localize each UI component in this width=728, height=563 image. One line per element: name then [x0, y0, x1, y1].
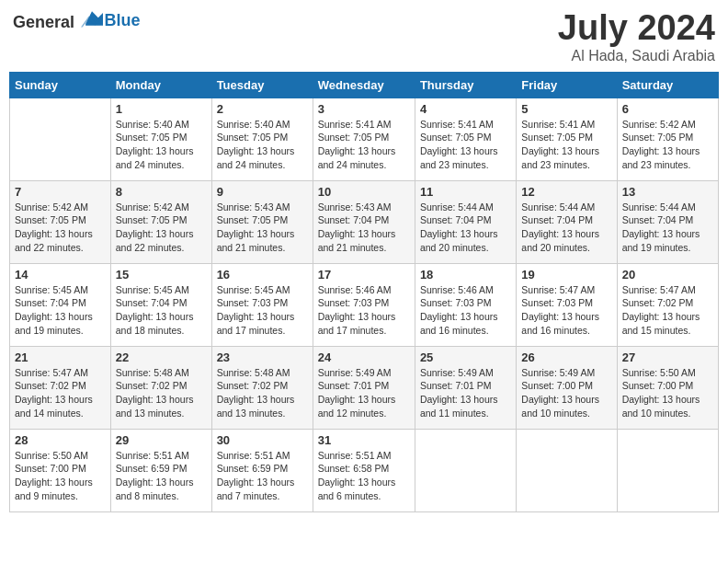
weekday-header-row: SundayMondayTuesdayWednesdayThursdayFrid…	[10, 72, 719, 98]
day-number: 5	[521, 102, 611, 116]
calendar-week-1: 1Sunrise: 5:40 AM Sunset: 7:05 PM Daylig…	[10, 98, 719, 180]
weekday-header-sunday: Sunday	[10, 72, 111, 98]
day-info: Sunrise: 5:47 AM Sunset: 7:02 PM Dayligh…	[622, 283, 713, 338]
calendar-cell: 30Sunrise: 5:51 AM Sunset: 6:59 PM Dayli…	[211, 429, 313, 511]
day-info: Sunrise: 5:44 AM Sunset: 7:04 PM Dayligh…	[622, 201, 713, 255]
day-info: Sunrise: 5:49 AM Sunset: 7:01 PM Dayligh…	[420, 366, 511, 420]
calendar-cell: 13Sunrise: 5:44 AM Sunset: 7:04 PM Dayli…	[617, 180, 718, 263]
calendar-week-2: 7Sunrise: 5:42 AM Sunset: 7:05 PM Daylig…	[10, 180, 719, 263]
calendar-cell: 22Sunrise: 5:48 AM Sunset: 7:02 PM Dayli…	[110, 346, 211, 429]
logo-general: General	[13, 13, 74, 31]
calendar-body: 1Sunrise: 5:40 AM Sunset: 7:05 PM Daylig…	[10, 98, 719, 511]
day-info: Sunrise: 5:45 AM Sunset: 7:04 PM Dayligh…	[116, 283, 207, 338]
calendar-cell: 26Sunrise: 5:49 AM Sunset: 7:00 PM Dayli…	[517, 346, 617, 429]
calendar-cell	[10, 98, 111, 180]
day-info: Sunrise: 5:50 AM Sunset: 7:00 PM Dayligh…	[622, 366, 713, 420]
day-number: 22	[116, 350, 207, 364]
day-number: 10	[318, 185, 410, 199]
calendar-cell	[517, 429, 617, 511]
calendar-cell: 14Sunrise: 5:45 AM Sunset: 7:04 PM Dayli…	[10, 263, 111, 346]
day-info: Sunrise: 5:51 AM Sunset: 6:58 PM Dayligh…	[318, 449, 410, 503]
month-title: July 2024	[558, 9, 715, 48]
weekday-header-wednesday: Wednesday	[313, 72, 415, 98]
title-block: July 2024 Al Hada, Saudi Arabia	[558, 9, 715, 64]
calendar-cell: 20Sunrise: 5:47 AM Sunset: 7:02 PM Dayli…	[617, 263, 718, 346]
day-info: Sunrise: 5:44 AM Sunset: 7:04 PM Dayligh…	[420, 201, 511, 255]
calendar-cell: 5Sunrise: 5:41 AM Sunset: 7:05 PM Daylig…	[517, 98, 617, 180]
day-number: 13	[622, 185, 713, 199]
weekday-header-thursday: Thursday	[415, 72, 516, 98]
day-info: Sunrise: 5:41 AM Sunset: 7:05 PM Dayligh…	[521, 118, 611, 172]
logo: General Blue	[13, 9, 141, 32]
day-number: 17	[318, 268, 410, 282]
calendar-cell: 29Sunrise: 5:51 AM Sunset: 6:59 PM Dayli…	[110, 429, 211, 511]
day-number: 31	[318, 433, 410, 447]
calendar-week-5: 28Sunrise: 5:50 AM Sunset: 7:00 PM Dayli…	[10, 429, 719, 511]
calendar-cell: 4Sunrise: 5:41 AM Sunset: 7:05 PM Daylig…	[415, 98, 516, 180]
calendar-cell: 3Sunrise: 5:41 AM Sunset: 7:05 PM Daylig…	[313, 98, 415, 180]
calendar-cell: 24Sunrise: 5:49 AM Sunset: 7:01 PM Dayli…	[313, 346, 415, 429]
calendar-cell: 31Sunrise: 5:51 AM Sunset: 6:58 PM Dayli…	[313, 429, 415, 511]
calendar-cell: 10Sunrise: 5:43 AM Sunset: 7:04 PM Dayli…	[313, 180, 415, 263]
day-info: Sunrise: 5:50 AM Sunset: 7:00 PM Dayligh…	[15, 449, 106, 503]
weekday-header-tuesday: Tuesday	[211, 72, 313, 98]
weekday-header-saturday: Saturday	[617, 72, 718, 98]
day-info: Sunrise: 5:41 AM Sunset: 7:05 PM Dayligh…	[420, 118, 511, 172]
day-number: 23	[217, 350, 308, 364]
calendar-cell: 9Sunrise: 5:43 AM Sunset: 7:05 PM Daylig…	[211, 180, 313, 263]
day-info: Sunrise: 5:43 AM Sunset: 7:04 PM Dayligh…	[318, 201, 410, 255]
calendar-cell: 21Sunrise: 5:47 AM Sunset: 7:02 PM Dayli…	[10, 346, 111, 429]
day-number: 2	[217, 102, 308, 116]
calendar-cell: 19Sunrise: 5:47 AM Sunset: 7:03 PM Dayli…	[517, 263, 617, 346]
day-info: Sunrise: 5:42 AM Sunset: 7:05 PM Dayligh…	[15, 201, 106, 255]
day-info: Sunrise: 5:42 AM Sunset: 7:05 PM Dayligh…	[622, 118, 713, 172]
day-number: 16	[217, 268, 308, 282]
day-info: Sunrise: 5:46 AM Sunset: 7:03 PM Dayligh…	[318, 283, 410, 338]
day-info: Sunrise: 5:44 AM Sunset: 7:04 PM Dayligh…	[521, 201, 611, 255]
calendar-cell: 8Sunrise: 5:42 AM Sunset: 7:05 PM Daylig…	[110, 180, 211, 263]
calendar-cell: 11Sunrise: 5:44 AM Sunset: 7:04 PM Dayli…	[415, 180, 516, 263]
logo-icon	[81, 9, 103, 28]
day-info: Sunrise: 5:49 AM Sunset: 7:01 PM Dayligh…	[318, 366, 410, 420]
day-number: 6	[622, 102, 713, 116]
weekday-header-monday: Monday	[110, 72, 211, 98]
calendar-cell: 17Sunrise: 5:46 AM Sunset: 7:03 PM Dayli…	[313, 263, 415, 346]
calendar-cell: 27Sunrise: 5:50 AM Sunset: 7:00 PM Dayli…	[617, 346, 718, 429]
calendar-cell: 6Sunrise: 5:42 AM Sunset: 7:05 PM Daylig…	[617, 98, 718, 180]
day-number: 9	[217, 185, 308, 199]
page-header: General Blue July 2024 Al Hada, Saudi Ar…	[9, 9, 719, 64]
day-info: Sunrise: 5:47 AM Sunset: 7:02 PM Dayligh…	[15, 366, 106, 420]
day-info: Sunrise: 5:41 AM Sunset: 7:05 PM Dayligh…	[318, 118, 410, 172]
calendar-week-4: 21Sunrise: 5:47 AM Sunset: 7:02 PM Dayli…	[10, 346, 719, 429]
day-info: Sunrise: 5:45 AM Sunset: 7:03 PM Dayligh…	[217, 283, 308, 338]
day-info: Sunrise: 5:40 AM Sunset: 7:05 PM Dayligh…	[116, 118, 207, 172]
day-info: Sunrise: 5:43 AM Sunset: 7:05 PM Dayligh…	[217, 201, 308, 255]
day-number: 27	[622, 350, 713, 364]
calendar-cell: 28Sunrise: 5:50 AM Sunset: 7:00 PM Dayli…	[10, 429, 111, 511]
day-number: 26	[521, 350, 611, 364]
day-info: Sunrise: 5:49 AM Sunset: 7:00 PM Dayligh…	[521, 366, 611, 420]
day-info: Sunrise: 5:42 AM Sunset: 7:05 PM Dayligh…	[116, 201, 207, 255]
weekday-header-friday: Friday	[517, 72, 617, 98]
calendar-week-3: 14Sunrise: 5:45 AM Sunset: 7:04 PM Dayli…	[10, 263, 719, 346]
calendar-cell: 23Sunrise: 5:48 AM Sunset: 7:02 PM Dayli…	[211, 346, 313, 429]
day-info: Sunrise: 5:51 AM Sunset: 6:59 PM Dayligh…	[217, 449, 308, 503]
calendar-cell	[415, 429, 516, 511]
calendar-cell: 18Sunrise: 5:46 AM Sunset: 7:03 PM Dayli…	[415, 263, 516, 346]
day-info: Sunrise: 5:48 AM Sunset: 7:02 PM Dayligh…	[217, 366, 308, 420]
day-info: Sunrise: 5:46 AM Sunset: 7:03 PM Dayligh…	[420, 283, 511, 338]
calendar-cell: 25Sunrise: 5:49 AM Sunset: 7:01 PM Dayli…	[415, 346, 516, 429]
day-number: 11	[420, 185, 511, 199]
day-number: 15	[116, 268, 207, 282]
day-number: 1	[116, 102, 207, 116]
location-title: Al Hada, Saudi Arabia	[558, 48, 715, 64]
calendar-cell	[617, 429, 718, 511]
day-number: 3	[318, 102, 410, 116]
day-info: Sunrise: 5:45 AM Sunset: 7:04 PM Dayligh…	[15, 283, 106, 338]
day-number: 12	[521, 185, 611, 199]
day-number: 8	[116, 185, 207, 199]
calendar-table: SundayMondayTuesdayWednesdayThursdayFrid…	[9, 72, 719, 512]
day-info: Sunrise: 5:47 AM Sunset: 7:03 PM Dayligh…	[521, 283, 611, 338]
day-number: 21	[15, 350, 106, 364]
calendar-cell: 16Sunrise: 5:45 AM Sunset: 7:03 PM Dayli…	[211, 263, 313, 346]
